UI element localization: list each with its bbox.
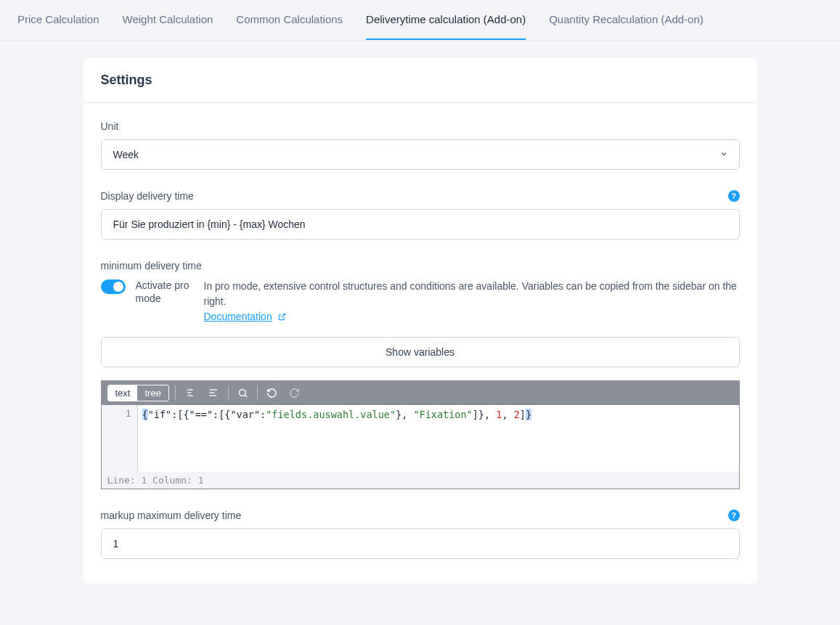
editor-toolbar: text tree	[102, 381, 739, 405]
tabs-bar: Price Calculation Weight Calculation Com…	[0, 0, 840, 41]
min-delivery-group: minimum delivery time Activate pro mode …	[101, 260, 740, 489]
redo-icon[interactable]	[286, 386, 303, 400]
tab-weight-calculation[interactable]: Weight Calculation	[123, 0, 213, 40]
format-icon[interactable]	[205, 385, 222, 400]
pro-mode-toggle[interactable]	[101, 279, 126, 294]
editor-gutter: 1	[102, 405, 138, 472]
svg-line-0	[281, 314, 285, 317]
compact-icon[interactable]	[182, 385, 199, 400]
editor-content[interactable]: {"if":[{"==":[{"var":"fields.auswahl.val…	[138, 405, 739, 472]
editor-mode-toggle: text tree	[107, 385, 169, 401]
pro-mode-toggle-label: Activate pro mode	[136, 279, 194, 305]
markup-max-input[interactable]	[101, 528, 740, 559]
svg-line-8	[245, 395, 247, 397]
toolbar-separator	[257, 385, 258, 400]
display-delivery-group: Display delivery time ?	[101, 190, 740, 240]
markup-max-label: markup maximum delivery time	[101, 510, 242, 521]
pro-mode-description: In pro mode, extensive control structure…	[204, 279, 740, 325]
min-delivery-label: minimum delivery time	[101, 260, 202, 271]
mode-tree-button[interactable]: tree	[137, 385, 168, 401]
tab-price-calculation[interactable]: Price Calculation	[17, 0, 99, 40]
documentation-link[interactable]: Documentation	[204, 311, 272, 322]
display-delivery-input[interactable]	[101, 209, 740, 240]
unit-select[interactable]: Week	[101, 139, 740, 170]
help-icon[interactable]: ?	[728, 190, 740, 202]
svg-point-7	[239, 389, 245, 396]
mode-text-button[interactable]: text	[108, 385, 138, 401]
unit-group: Unit Week	[101, 120, 740, 170]
json-editor: text tree	[101, 380, 740, 489]
settings-card: Settings Unit Week Display delivery time	[83, 58, 757, 584]
external-link-icon	[278, 310, 286, 325]
card-title: Settings	[101, 73, 740, 88]
editor-status-bar: Line: 1 Column: 1	[102, 472, 739, 489]
toolbar-separator	[175, 385, 176, 400]
undo-icon[interactable]	[264, 386, 280, 400]
tab-deliverytime-calculation[interactable]: Deliverytime calculation (Add-on)	[366, 0, 526, 40]
tab-quantity-recalculation[interactable]: Quantity Recalculation (Add-on)	[549, 0, 704, 40]
search-icon[interactable]	[235, 386, 251, 400]
help-icon[interactable]: ?	[728, 510, 740, 521]
unit-label: Unit	[101, 120, 119, 132]
display-delivery-label: Display delivery time	[101, 190, 194, 202]
toolbar-separator	[228, 385, 229, 400]
markup-max-group: markup maximum delivery time ?	[101, 510, 740, 559]
tab-common-calculations[interactable]: Common Calculations	[236, 0, 343, 40]
show-variables-button[interactable]: Show variables	[101, 337, 740, 367]
